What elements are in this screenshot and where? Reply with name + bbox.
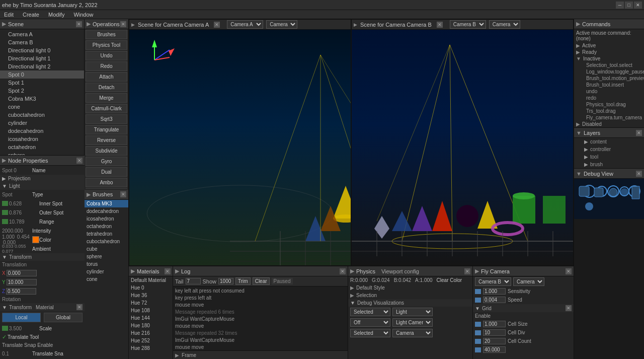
scene-panel-close[interactable]: ✕	[76, 21, 82, 27]
viewport-a-close[interactable]: ✕	[214, 22, 220, 28]
trim-button[interactable]: Trim	[235, 277, 251, 285]
ops-redo[interactable]: Redo	[86, 61, 127, 71]
scene-item-octahedron[interactable]: octahedron	[0, 143, 84, 151]
debug-vis-section[interactable]: ▼ Debug Visualizations	[348, 299, 472, 307]
cell-div-input[interactable]	[483, 329, 506, 336]
camera-dropdown[interactable]: Camera	[392, 329, 433, 337]
log-close[interactable]: ✕	[340, 268, 346, 274]
layer-tool[interactable]: ▶ tool	[574, 153, 644, 161]
brush-torus[interactable]: torus	[85, 260, 128, 268]
layers-close[interactable]: ✕	[636, 130, 642, 136]
debug-view-close[interactable]: ✕	[636, 171, 642, 177]
cell-count-input[interactable]	[483, 338, 506, 344]
fly-mode-select[interactable]: Camera	[513, 277, 544, 286]
viewport-a-camera-select[interactable]: Camera A Camera B	[227, 20, 263, 29]
brush-cylinder[interactable]: cylinder	[85, 268, 128, 275]
cmd-brush-insert[interactable]: Brush_tool.insert	[574, 82, 644, 88]
menu-window[interactable]: Window	[71, 12, 95, 18]
fly-camera-select[interactable]: Camera BCamera A	[475, 277, 511, 286]
ops-ambo[interactable]: Ambo	[86, 178, 127, 187]
brush-tetrahedron[interactable]: tetrahedron	[85, 230, 128, 238]
selected-dropdown-1[interactable]: Selected	[350, 308, 390, 316]
node-props-close[interactable]: ✕	[76, 158, 83, 164]
color-swatch[interactable]	[32, 236, 39, 243]
scene-item-icosahedron[interactable]: icosahedron	[0, 135, 84, 143]
ops-physics-tool[interactable]: Physics Tool	[86, 40, 127, 50]
cmd-brush-motion[interactable]: Brush_tool.motion_preview	[574, 75, 644, 82]
cmd-selection-tool[interactable]: Selection_tool.select	[574, 62, 644, 68]
clear-button[interactable]: Clear	[253, 277, 270, 285]
maximize-button[interactable]: □	[625, 2, 633, 9]
cmd-log-window[interactable]: Log_window.toggle_pause	[574, 68, 644, 75]
global-button[interactable]: Global	[44, 313, 83, 322]
val40-input[interactable]	[483, 346, 506, 353]
sensitivity-input[interactable]	[483, 288, 506, 295]
light-section[interactable]: ▼ Light	[0, 182, 85, 190]
mat-hue-108[interactable]: Hue 108	[129, 307, 173, 314]
light-dropdown[interactable]: Light	[392, 308, 433, 316]
menu-edit[interactable]: Edit	[2, 12, 16, 18]
scene-item-dir-light-0[interactable]: Directional light 0	[0, 46, 84, 54]
cmd-fly-camera[interactable]: Fly_camera.turn_camera	[574, 114, 644, 121]
transform-section[interactable]: ▼ Transform	[0, 253, 85, 261]
ops-attach[interactable]: Attach	[86, 72, 127, 82]
ops-sqrt3[interactable]: Sqrt3	[86, 114, 127, 124]
ops-close[interactable]: ✕	[120, 21, 126, 27]
mat-hue-36[interactable]: Hue 36	[129, 292, 173, 299]
cmd-redo[interactable]: redo	[574, 95, 644, 101]
grid-close[interactable]: ✕	[566, 305, 572, 311]
ops-catmull-clark[interactable]: Catmull-Clark	[86, 104, 127, 113]
mat-default[interactable]: Default Material	[129, 276, 173, 284]
scene-item-sphere[interactable]: sphere	[0, 151, 84, 155]
scene-item-dodecahedron[interactable]: dodecahedron	[0, 127, 84, 135]
scene-item-camera-a[interactable]: Camera A	[0, 30, 84, 38]
transform-material-section[interactable]: ▼ Transform Material ✕	[0, 303, 85, 311]
mat-hue-0[interactable]: Hue 0	[129, 284, 173, 292]
layer-brush[interactable]: ▶ brush	[574, 161, 644, 168]
brush-dodecahedron[interactable]: dodecahedron	[85, 207, 128, 215]
ops-detach[interactable]: Detach	[86, 83, 127, 92]
cmd-trs-drag[interactable]: Trs_tool.drag	[574, 108, 644, 114]
grid-section[interactable]: ▼ Grid ✕	[473, 304, 574, 312]
ops-dual[interactable]: Dual	[86, 167, 127, 177]
scene-item-dir-light-2[interactable]: Directional light 2	[0, 62, 84, 70]
mat-hue-144[interactable]: Hue 144	[129, 314, 173, 322]
brush-sphere[interactable]: sphere	[85, 253, 128, 260]
viewport-a-mode-select[interactable]: Camera	[266, 20, 297, 29]
ty-input[interactable]	[7, 279, 37, 285]
viewport-b-close[interactable]: ✕	[437, 22, 443, 28]
viewport-b[interactable]: ▶ Scene for Camera Camera B ✕ Camera B C…	[351, 19, 574, 266]
transform-material-close[interactable]: ✕	[76, 304, 83, 310]
brush-cube[interactable]: cube	[85, 245, 128, 253]
mat-hue-180[interactable]: Hue 180	[129, 322, 173, 329]
tx-input[interactable]	[7, 270, 37, 276]
scene-item-spot-2[interactable]: Spot 2	[0, 87, 84, 95]
brush-cobra-mk3[interactable]: Cobra MK3	[85, 200, 128, 207]
scene-item-spot-0[interactable]: Spot 0	[0, 70, 84, 79]
fly-camera-close[interactable]: ✕	[566, 268, 572, 274]
scene-item-camera-b[interactable]: Camera B	[0, 38, 84, 46]
scene-item-cobra[interactable]: Cobra MK3	[0, 95, 84, 103]
scene-item-dir-light-1[interactable]: Directional light 1	[0, 54, 84, 62]
ops-reverse[interactable]: Reverse	[86, 135, 127, 145]
viewport-b-mode-select[interactable]: Camera	[489, 20, 520, 29]
scene-item-spot-1[interactable]: Spot 1	[0, 79, 84, 87]
cell-size-input[interactable]	[483, 321, 506, 327]
scene-item-cone[interactable]: cone	[0, 103, 84, 111]
projection-section[interactable]: ▶ Projection	[0, 175, 85, 182]
off-dropdown[interactable]: Off	[350, 318, 390, 327]
mat-hue-252[interactable]: Hue 252	[129, 337, 173, 344]
mat-hue-216[interactable]: Hue 216	[129, 329, 173, 337]
ops-undo[interactable]: Undo	[86, 51, 127, 60]
scene-item-cylinder[interactable]: cylinder	[0, 119, 84, 127]
physics-close[interactable]: ✕	[464, 268, 470, 274]
brush-octahedron[interactable]: octahedron	[85, 223, 128, 230]
close-button[interactable]: ✕	[634, 2, 642, 9]
selected-dropdown-2[interactable]: Selected	[350, 329, 390, 337]
ops-truncate[interactable]: Truncate	[86, 188, 127, 189]
mat-hue-288[interactable]: Hue 288	[129, 344, 173, 352]
brush-icosahedron[interactable]: icosahedron	[85, 215, 128, 223]
speed-input[interactable]	[483, 297, 506, 303]
light-camera-dropdown[interactable]: Light Camera	[392, 318, 433, 327]
minimize-button[interactable]: ─	[616, 2, 624, 9]
